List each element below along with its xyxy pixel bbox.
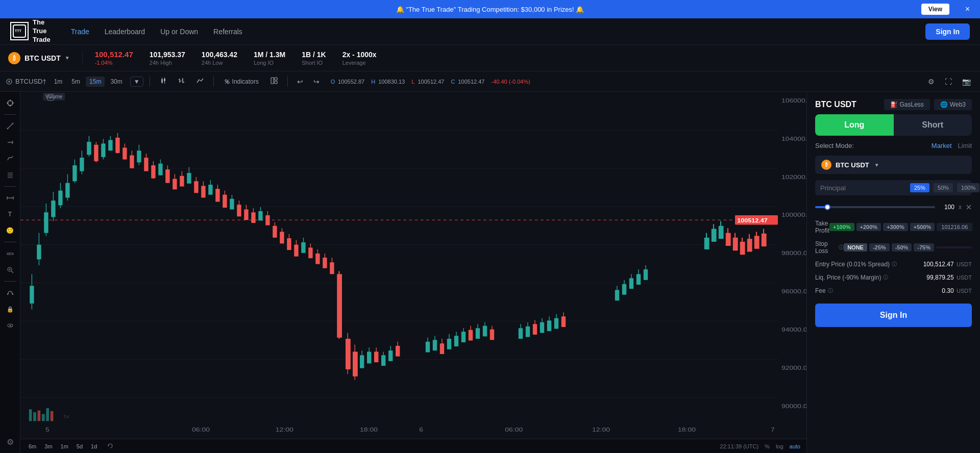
tool-measure[interactable] [3, 191, 17, 205]
pct-label[interactable]: % [765, 443, 770, 449]
token-dropdown-icon: ▼ [874, 162, 879, 168]
tool-text[interactable]: T [3, 207, 17, 221]
tool-horizontal-line[interactable] [3, 135, 17, 149]
leverage-slider[interactable] [815, 206, 935, 208]
tool-draw[interactable] [3, 152, 17, 166]
nav-referrals[interactable]: Referrals [213, 28, 242, 36]
indicators-button[interactable]: Indicators [220, 76, 263, 87]
svg-rect-183 [388, 350, 393, 361]
auto-label[interactable]: auto [790, 443, 800, 449]
svg-rect-179 [374, 351, 378, 362]
entry-price-info-icon[interactable]: ⓘ [892, 261, 897, 268]
chart-layout-button[interactable] [267, 74, 281, 88]
nav-up-or-down[interactable]: Up or Down [160, 28, 198, 36]
web3-tab[interactable]: 🌐 Web3 [934, 99, 972, 110]
svg-rect-231 [704, 238, 709, 249]
sl-25-badge[interactable]: -25% [869, 243, 890, 251]
pct-50-button[interactable]: 50% [934, 183, 953, 192]
collapse-volume[interactable] [47, 94, 54, 103]
banner-view-button[interactable]: View [921, 4, 949, 15]
leverage-close-icon[interactable] [966, 204, 972, 210]
banner-close-button[interactable]: × [965, 5, 970, 14]
short-button[interactable]: Short [894, 114, 972, 136]
sl-50-badge[interactable]: -50% [892, 243, 912, 251]
svg-rect-95 [72, 165, 77, 181]
market-option[interactable]: Market [932, 142, 952, 149]
svg-rect-93 [65, 183, 69, 198]
svg-rect-159 [301, 242, 305, 253]
tp-300-badge[interactable]: +300% [883, 223, 908, 231]
chart-area: T 🙂 🔒 ⚙ Volume [0, 92, 806, 453]
principal-row: 25% 50% 100% USDT [815, 180, 972, 195]
tool-more[interactable]: ⚙ [3, 435, 17, 449]
timeframe-1m[interactable]: 1m [51, 77, 66, 87]
range-3m[interactable]: 3m [42, 442, 54, 450]
svg-rect-155 [287, 238, 291, 250]
stop-loss-info-icon[interactable]: ⓘ [839, 244, 844, 251]
svg-rect-77 [33, 412, 36, 421]
timeframe-30m[interactable]: 30m [107, 77, 126, 87]
settings-button[interactable]: ⚙ [925, 76, 938, 88]
svg-rect-87 [44, 212, 48, 233]
range-1d[interactable]: 1d [89, 442, 99, 450]
tool-eye[interactable] [3, 318, 17, 333]
range-6m[interactable]: 6m [27, 442, 38, 450]
liq-price-value: 99,879.25 USDT [926, 274, 972, 281]
toolbar-separator-1 [150, 77, 150, 87]
token-selector[interactable]: ₿ BTC USDT ▼ [815, 156, 972, 174]
timeframe-more[interactable]: ▼ [130, 77, 143, 87]
chart-type-candlestick[interactable] [156, 74, 170, 88]
tool-lock[interactable]: 🔒 [3, 302, 17, 316]
svg-point-3 [8, 81, 10, 83]
tool-crosshair[interactable] [3, 96, 17, 110]
tool-fib[interactable] [3, 168, 17, 182]
tool-eraser[interactable] [3, 246, 17, 261]
trade-signin-button[interactable]: Sign In [815, 304, 972, 327]
svg-rect-79 [42, 414, 45, 421]
current-price: 100,512.47 [95, 50, 133, 59]
range-1m[interactable]: 1m [59, 442, 70, 450]
sl-75-badge[interactable]: -75% [914, 243, 934, 251]
stats-bar: ₿ BTC USDT ▼ 100,512.47 -1.04% 101,953.3… [0, 45, 980, 71]
log-label[interactable]: log [776, 443, 783, 449]
tp-200-badge[interactable]: +200% [856, 223, 881, 231]
chart-type-line[interactable] [193, 74, 207, 88]
screenshot-button[interactable]: 📷 [959, 76, 974, 88]
svg-rect-191 [440, 343, 444, 354]
tp-500-badge[interactable]: +500% [910, 223, 935, 231]
tool-emoji[interactable]: 🙂 [3, 223, 17, 238]
tp-value[interactable]: 101216.06 [937, 223, 972, 231]
tool-magnet[interactable] [3, 286, 17, 300]
pct-25-button[interactable]: 25% [910, 183, 929, 192]
svg-rect-127 [187, 173, 191, 184]
timeframe-15m[interactable]: 15m [86, 77, 105, 87]
sl-value[interactable] [936, 246, 972, 248]
tp-100-badge[interactable]: +100% [829, 223, 854, 231]
long-button[interactable]: Long [815, 114, 894, 136]
pct-100-button[interactable]: 100% [957, 183, 979, 192]
range-5d[interactable]: 5d [75, 442, 85, 450]
tool-trend-line[interactable] [3, 119, 17, 133]
fullscreen-button[interactable]: ⛶ [942, 76, 955, 88]
short-io-value: 1B / 1K [302, 51, 326, 59]
token-icon: ₿ [821, 160, 831, 170]
tool-zoom[interactable] [3, 263, 17, 277]
limit-option[interactable]: Limit [958, 142, 972, 149]
undo-button[interactable]: ↩ [294, 76, 306, 88]
svg-rect-165 [323, 258, 327, 268]
liq-price-info-icon[interactable]: ⓘ [883, 274, 888, 281]
navbar-signin-button[interactable]: Sign In [925, 23, 970, 40]
sl-none-badge[interactable]: NONE [844, 243, 867, 251]
timeframe-5m[interactable]: 5m [68, 77, 84, 87]
fee-info-icon[interactable]: ⓘ [828, 287, 833, 294]
pair-selector[interactable]: ₿ BTC USDT ▼ [8, 52, 83, 64]
pair-name: BTC USDT [24, 54, 61, 62]
redo-button[interactable]: ↪ [310, 76, 323, 88]
sync-button[interactable] [105, 442, 115, 451]
svg-rect-153 [280, 232, 284, 243]
nav-trade[interactable]: Trade [71, 28, 89, 36]
principal-input[interactable] [820, 184, 906, 192]
chart-type-bar[interactable] [175, 74, 189, 88]
nav-leaderboard[interactable]: Leaderboard [105, 28, 145, 36]
gasless-tab[interactable]: ⛽ GasLess [884, 99, 930, 110]
